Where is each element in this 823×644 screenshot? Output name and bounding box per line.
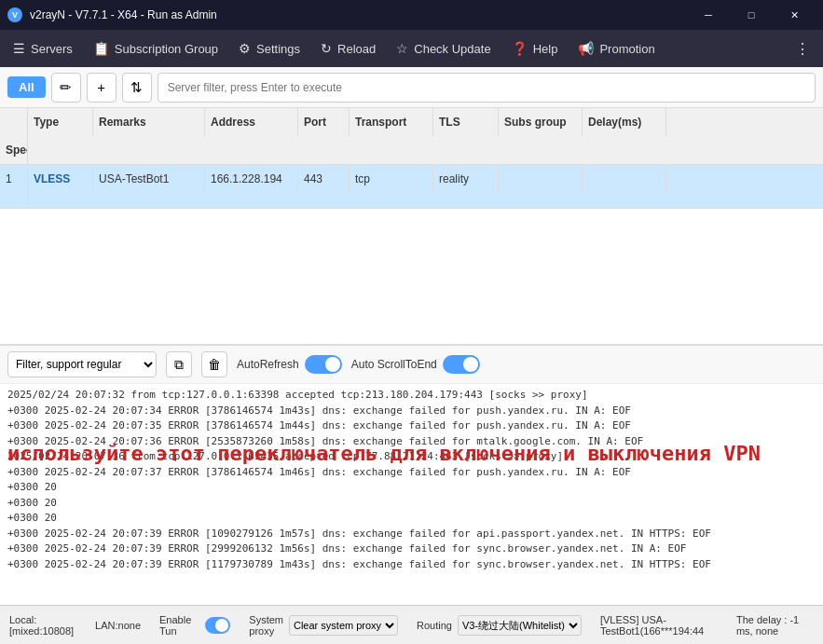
- autorefresh-toggle[interactable]: [305, 355, 342, 374]
- titlebar-left: V v2rayN - V7.7.1 - X64 - Run as Admin: [7, 7, 217, 22]
- menu-label-settings: Settings: [256, 42, 300, 56]
- log-copy-button[interactable]: ⧉: [166, 351, 192, 377]
- menu-label-promotion: Promotion: [599, 42, 654, 56]
- menu-item-settings[interactable]: ⚙ Settings: [229, 35, 309, 62]
- menu-label-servers: Servers: [31, 42, 73, 56]
- enable-tun-label: Enable Tun: [159, 614, 199, 637]
- server-info: [VLESS] USA-TestBot1(166***194:44: [600, 614, 722, 637]
- enable-tun-group: Enable Tun: [159, 614, 230, 637]
- col-tls: TLS: [433, 108, 499, 136]
- minimize-button[interactable]: ─: [687, 0, 730, 30]
- row-tls: reality: [433, 165, 499, 193]
- enable-tun-toggle[interactable]: [205, 617, 231, 634]
- log-line: 2025/02/24 20:07:32 from tcp:127.0.0.1:6…: [7, 388, 816, 404]
- col-delay: Delay(ms): [583, 108, 666, 136]
- statusbar: Local:[mixed:10808] LAN:none Enable Tun …: [0, 605, 823, 644]
- help-icon: ❓: [512, 41, 528, 56]
- toolbar: All ✏ + ⇅: [0, 67, 823, 108]
- routing-group: Routing V3-绕过大陆(Whitelist): [417, 615, 582, 636]
- titlebar: V v2rayN - V7.7.1 - X64 - Run as Admin ─…: [0, 0, 823, 30]
- log-line: +0300 2025-02-24 20:07:39 ERROR [1090279…: [7, 527, 816, 542]
- log-lines: 2025/02/24 20:07:32 from tcp:127.0.0.1:6…: [7, 388, 816, 572]
- menu-label-check-update: Check Update: [414, 42, 490, 56]
- menu-item-check-update[interactable]: ☆ Check Update: [387, 35, 500, 62]
- menu-item-help[interactable]: ❓ Help: [502, 35, 568, 62]
- edit-icon: ✏: [60, 79, 72, 96]
- log-line: +0300 20: [7, 496, 816, 512]
- col-remarks: Remarks: [93, 108, 205, 136]
- search-input[interactable]: [158, 73, 816, 103]
- maximize-button[interactable]: □: [730, 0, 773, 30]
- system-proxy-label: System proxy: [249, 614, 283, 637]
- close-button[interactable]: ✕: [773, 0, 816, 30]
- table-row[interactable]: 1 VLESS USA-TestBot1 166.1.228.194 443 t…: [0, 165, 823, 209]
- status-lan: LAN:none: [95, 620, 141, 631]
- autoscroll-group: Auto ScrollToEnd: [351, 355, 480, 374]
- log-section: Filter, support regular ⧉ 🗑 AutoRefresh …: [0, 344, 823, 605]
- settings-icon: ⚙: [239, 41, 251, 56]
- routing-select[interactable]: V3-绕过大陆(Whitelist): [458, 615, 582, 636]
- copy-icon: ⧉: [174, 357, 184, 373]
- menu-more-button[interactable]: ⋮: [786, 34, 819, 63]
- col-transport: Transport: [350, 108, 433, 136]
- col-address: Address: [205, 108, 298, 136]
- row-type: VLESS: [28, 165, 93, 193]
- log-line: +0300 2025-02-24 20:07:34 ERROR [3786146…: [7, 404, 816, 419]
- log-line: +0300 2025-02-24 20:07:35 ERROR [3786146…: [7, 418, 816, 434]
- autorefresh-group: AutoRefresh: [237, 355, 342, 374]
- all-button[interactable]: All: [7, 76, 46, 98]
- status-local: Local:[mixed:10808]: [9, 614, 76, 637]
- autorefresh-label: AutoRefresh: [237, 358, 299, 371]
- log-toolbar: Filter, support regular ⧉ 🗑 AutoRefresh …: [0, 346, 823, 384]
- sort-button[interactable]: ⇅: [122, 73, 152, 103]
- log-line: +0300 20: [7, 511, 816, 527]
- autoscroll-label: Auto ScrollToEnd: [351, 358, 437, 371]
- reload-icon: ↻: [321, 41, 332, 56]
- col-port: Port: [298, 108, 350, 136]
- log-clear-button[interactable]: 🗑: [201, 351, 227, 377]
- lan-label: LAN:none: [95, 620, 141, 631]
- row-speed: [0, 193, 28, 208]
- add-button[interactable]: +: [87, 73, 117, 103]
- log-line: +0300 2025-02-24 20:07:39 ERROR [1179730…: [7, 557, 816, 573]
- check-update-icon: ☆: [396, 41, 408, 56]
- edit-button[interactable]: ✏: [51, 73, 81, 103]
- menubar: ☰ Servers 📋 Subscription Group ⚙ Setting…: [0, 30, 823, 67]
- promotion-icon: 📢: [578, 41, 594, 56]
- col-type: Type: [28, 108, 93, 136]
- row-num: 1: [0, 165, 28, 193]
- log-overlay-text: используйте этот переключатель для включ…: [7, 440, 816, 469]
- server-table: Type Remarks Address Port Transport TLS …: [0, 108, 823, 344]
- col-subsgroup: Subs group: [499, 108, 583, 136]
- menu-label-help: Help: [533, 42, 558, 56]
- log-filter-select[interactable]: Filter, support regular: [7, 351, 157, 377]
- menu-item-promotion[interactable]: 📢 Promotion: [569, 35, 664, 62]
- titlebar-title: v2rayN - V7.7.1 - X64 - Run as Admin: [30, 8, 217, 21]
- routing-label: Routing: [417, 620, 452, 631]
- menu-item-reload[interactable]: ↻ Reload: [311, 35, 385, 62]
- delay-info: The delay : -1 ms, none: [736, 614, 814, 637]
- log-content[interactable]: 2025/02/24 20:07:32 from tcp:127.0.0.1:6…: [0, 384, 823, 605]
- system-proxy-select[interactable]: Clear system proxy: [289, 615, 398, 636]
- system-proxy-group: System proxy Clear system proxy: [249, 614, 398, 637]
- row-address: 166.1.228.194: [205, 165, 298, 193]
- table-header: Type Remarks Address Port Transport TLS …: [0, 108, 823, 165]
- row-transport: tcp: [350, 165, 433, 193]
- sort-icon: ⇅: [130, 79, 143, 96]
- titlebar-controls: ─ □ ✕: [687, 0, 816, 30]
- menu-item-servers[interactable]: ☰ Servers: [4, 35, 82, 62]
- log-overlay: используйте этот переключатель для включ…: [7, 440, 816, 469]
- autoscroll-toggle[interactable]: [443, 355, 480, 374]
- log-line: +0300 20: [7, 480, 816, 496]
- subscription-icon: 📋: [93, 41, 109, 56]
- row-port: 443: [298, 165, 350, 193]
- menu-item-subscription[interactable]: 📋 Subscription Group: [84, 35, 227, 62]
- add-icon: +: [97, 79, 105, 95]
- trash-icon: 🗑: [208, 357, 221, 372]
- row-delay: [583, 165, 666, 193]
- log-line: +0300 2025-02-24 20:07:39 ERROR [2999206…: [7, 541, 816, 557]
- row-remarks: USA-TestBot1: [93, 165, 205, 193]
- menu-label-subscription: Subscription Group: [115, 42, 218, 56]
- server-status: [VLESS] USA-TestBot1(166***194:44 The de…: [600, 614, 814, 637]
- menu-label-reload: Reload: [337, 42, 376, 56]
